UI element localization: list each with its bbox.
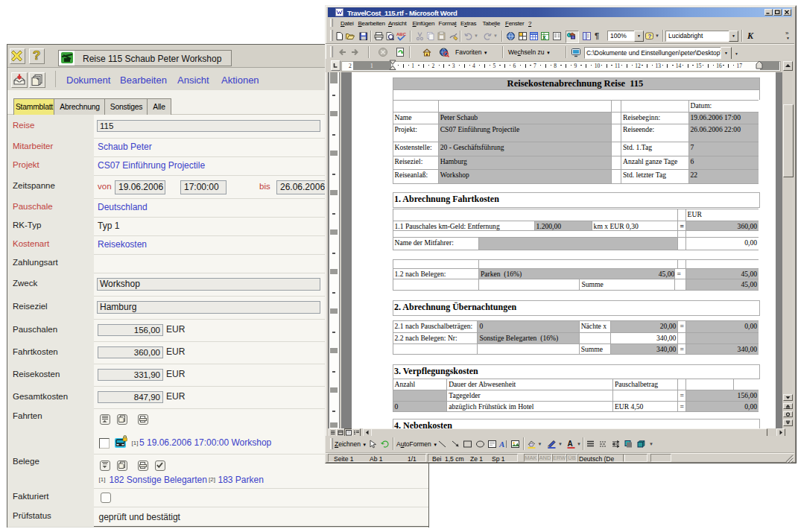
svg-text:A: A: [498, 440, 504, 449]
svg-text:?: ?: [648, 33, 652, 39]
svg-text:X: X: [542, 35, 546, 40]
svg-text:A: A: [568, 440, 573, 448]
